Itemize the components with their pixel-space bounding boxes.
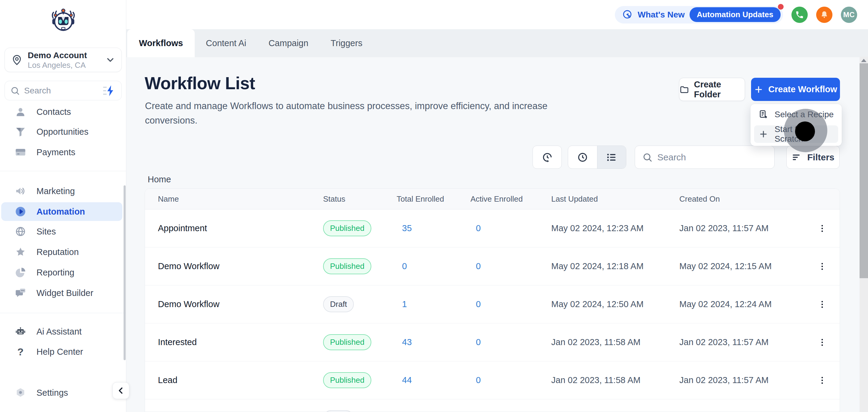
active-enrolled-link[interactable]: 0: [476, 299, 481, 309]
sidebar-item-payments[interactable]: Payments: [1, 143, 122, 162]
sidebar-divider: [0, 171, 126, 171]
tab-triggers[interactable]: Triggers: [319, 29, 373, 57]
account-switcher[interactable]: Demo Account Los Angeles, CA: [4, 47, 122, 72]
breadcrumb-home[interactable]: Home: [148, 175, 171, 185]
avatar-initials: MC: [843, 10, 855, 19]
sidebar-search-input[interactable]: [24, 86, 102, 96]
created-on-value: Jan 02 2023, 11:57 AM: [679, 223, 815, 233]
kebab-icon: [817, 375, 827, 385]
time-view-toggle[interactable]: [568, 146, 597, 168]
table-row: Lead Published 44 0 Jan 02 2023, 11:58 A…: [145, 361, 840, 399]
sidebar-item-help-center[interactable]: ? Help Center: [1, 342, 122, 361]
sidebar-item-opportunities[interactable]: Opportunities: [1, 122, 122, 141]
row-actions-menu-button[interactable]: [815, 372, 830, 389]
tab-content-ai[interactable]: Content Ai: [195, 29, 257, 57]
bell-icon: [820, 10, 829, 19]
row-actions-menu-button[interactable]: [815, 296, 830, 313]
notifications-button[interactable]: [816, 7, 832, 23]
kebab-icon: [817, 337, 827, 348]
user-avatar[interactable]: MC: [841, 7, 857, 23]
sidebar-item-label: Help Center: [36, 347, 83, 357]
quick-actions-bolt-icon[interactable]: [102, 85, 116, 97]
last-updated-value: May 02 2024, 12:23 AM: [551, 223, 679, 233]
active-enrolled-link[interactable]: 0: [476, 337, 481, 347]
kebab-icon: [817, 223, 827, 233]
whats-new-label: What's New: [638, 10, 685, 20]
menu-item-select-a-recipe[interactable]: Select a Recipe: [754, 106, 838, 123]
total-enrolled-link[interactable]: 35: [402, 223, 412, 233]
sidebar-item-settings[interactable]: Settings: [1, 383, 122, 402]
total-enrolled-link[interactable]: 43: [402, 337, 412, 347]
status-badge: Published: [323, 372, 371, 388]
phone-button[interactable]: [792, 7, 808, 23]
column-header-active-enrolled: Active Enrolled: [470, 194, 551, 204]
sidebar-item-ai-assistant[interactable]: Ai Assistant: [1, 322, 122, 341]
total-enrolled-link[interactable]: 44: [402, 375, 412, 385]
tab-workflows[interactable]: Workflows: [127, 29, 195, 57]
workflow-name-link[interactable]: Lead: [145, 375, 323, 385]
enrollment-history-button[interactable]: [532, 146, 562, 169]
column-header-name: Name: [145, 194, 323, 204]
total-enrolled-link[interactable]: 0: [402, 261, 407, 271]
location-pin-icon: [11, 54, 23, 66]
created-on-value: Jan 02 2023, 11:57 AM: [679, 337, 815, 347]
sidebar-item-sites[interactable]: Sites: [1, 222, 122, 241]
active-enrolled-link[interactable]: 0: [476, 375, 481, 385]
sidebar-collapse-button[interactable]: [113, 382, 129, 399]
sidebar-scrollbar-thumb[interactable]: [124, 185, 126, 360]
table-row: Interested Published 43 0 Jan 02 2023, 1…: [145, 323, 840, 361]
search-icon: [642, 152, 652, 162]
contacts-icon: [15, 106, 26, 118]
folder-icon: [679, 84, 689, 95]
create-folder-button[interactable]: Create Folder: [679, 78, 745, 101]
sidebar-item-automation[interactable]: Automation: [1, 202, 122, 221]
automation-updates-badge[interactable]: Automation Updates: [689, 7, 781, 22]
workflow-search-input[interactable]: [657, 152, 767, 162]
list-view-toggle[interactable]: [597, 146, 626, 168]
whats-new-button[interactable]: What's New Automation Updates: [615, 6, 783, 24]
workflow-search: [635, 146, 775, 169]
sidebar-item-contacts[interactable]: Contacts: [1, 102, 122, 121]
column-header-total-enrolled: Total Enrolled: [397, 194, 470, 204]
created-on-value: Jan 02 2023, 11:57 AM: [679, 375, 815, 385]
active-enrolled-link[interactable]: 0: [476, 223, 481, 233]
sidebar-item-label: Contacts: [36, 107, 71, 117]
workflow-name-link[interactable]: Interested: [145, 337, 323, 347]
row-actions-menu-button[interactable]: [815, 334, 830, 351]
sidebar-item-label: Payments: [36, 147, 75, 157]
total-enrolled-link[interactable]: 1: [402, 299, 407, 309]
status-badge: Published: [323, 334, 371, 350]
scrollbar-up-arrow[interactable]: [861, 59, 867, 62]
sites-icon: [15, 226, 26, 237]
notification-dot: [778, 4, 784, 10]
active-enrolled-link[interactable]: 0: [476, 261, 481, 271]
workflow-name-link[interactable]: Appointment: [145, 223, 323, 233]
last-updated-value: Jan 02 2023, 11:58 AM: [551, 375, 679, 385]
clock-icon: [577, 151, 589, 163]
ai-assistant-icon: [15, 326, 26, 337]
sidebar-item-label: Reporting: [36, 267, 74, 278]
account-name: Demo Account: [28, 50, 105, 61]
kebab-icon: [817, 299, 827, 310]
scrollbar-thumb[interactable]: [860, 63, 868, 278]
status-badge: Published: [323, 220, 371, 236]
tab-campaign[interactable]: Campaign: [257, 29, 319, 57]
sidebar-item-widget-builder[interactable]: Widget Builder: [1, 284, 122, 302]
sidebar-item-marketing[interactable]: Marketing: [1, 182, 122, 200]
filters-button[interactable]: Filters: [786, 146, 840, 169]
sidebar-item-label: Settings: [36, 388, 68, 398]
page-scrollbar[interactable]: [860, 57, 868, 412]
sidebar-item-reputation[interactable]: Reputation: [1, 243, 122, 261]
sidebar-item-label: Reputation: [36, 247, 79, 257]
menu-item-start-from-scratch[interactable]: Start from Scratch: [754, 125, 838, 143]
workflow-name-link[interactable]: Demo Workflow: [145, 261, 323, 271]
sidebar-item-label: Widget Builder: [36, 288, 93, 298]
sidebar-item-label: Ai Assistant: [36, 327, 82, 337]
workflow-name-link[interactable]: Demo Workflow: [145, 299, 323, 309]
plus-icon: [758, 129, 769, 139]
sidebar-item-reporting[interactable]: Reporting: [1, 263, 122, 282]
create-workflow-button[interactable]: Create Workflow: [751, 78, 840, 101]
row-actions-menu-button[interactable]: [815, 220, 830, 237]
widget-builder-icon: [15, 287, 26, 299]
row-actions-menu-button[interactable]: [815, 258, 830, 275]
